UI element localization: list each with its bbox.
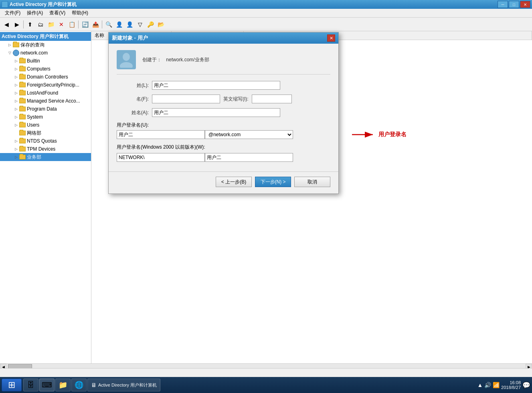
taskbar-ad-icon: 🖥 (91, 382, 97, 388)
up-button[interactable]: ⬆ (25, 20, 35, 29)
expand-icon: ▽ (6, 50, 13, 56)
remove-member-button[interactable]: 👤 (125, 20, 134, 29)
taskbar-folder-icon[interactable]: 📁 (55, 379, 71, 391)
folder-icon (19, 106, 26, 112)
folder-icon (19, 154, 26, 160)
last-name-label: 姓(L): (117, 82, 149, 89)
sidebar-item-computers[interactable]: ▷ Computers (0, 65, 91, 73)
find-button[interactable]: 🔍 (104, 20, 113, 29)
taskbar: ⊞ 🗄 ⌨ 📁 🌐 🖥 Active Directory 用户和计算机 ▲ 🔊 … (0, 377, 532, 393)
sidebar-item-managed-service[interactable]: ▷ Managed Service Acco... (0, 97, 91, 105)
last-name-input[interactable] (152, 81, 280, 90)
win2000-row (117, 153, 330, 162)
win2000-label: 用户登录名(Windows 2000 以前版本)(W): (117, 144, 330, 151)
sidebar-label: ForeignSecurityPrincip... (27, 82, 79, 88)
domain-select[interactable]: @network.com (205, 130, 293, 139)
expand-icon: ▷ (13, 58, 19, 64)
folder-icon (19, 58, 26, 64)
folder-icon (19, 98, 26, 104)
expand-icon: ▷ (13, 138, 19, 144)
cancel-button[interactable]: 取消 (294, 177, 330, 187)
notification-icon: 💬 (522, 381, 530, 389)
sidebar-label: network.com (20, 50, 48, 56)
sidebar-item-lost-found[interactable]: ▷ LostAndFound (0, 89, 91, 97)
sidebar-item-ntds-quotas[interactable]: ▷ NTDS Quotas (0, 137, 91, 145)
folder-icon (19, 138, 26, 144)
taskbar-ad-item[interactable]: 🖥 Active Directory 用户和计算机 (87, 379, 160, 391)
menu-view[interactable]: 查看(V) (46, 9, 69, 17)
maximize-button[interactable]: □ (509, 1, 519, 8)
expand-icon: ▷ (13, 154, 19, 160)
folder-icon (19, 66, 26, 72)
toolbar: ◀ ▶ ⬆ 🗂 📁 ✕ 📋 🔄 📤 🔍 👤 👤 ▽ 🔑 📂 (0, 18, 532, 31)
domain-icon (13, 50, 19, 56)
sidebar-label: 业务部 (27, 154, 41, 161)
sidebar-label: 网络部 (27, 130, 41, 137)
english-abbr-input[interactable] (252, 95, 292, 103)
annotation-text: 用户登录名 (378, 131, 407, 138)
minimize-button[interactable]: ─ (498, 1, 508, 8)
sidebar-item-network-com[interactable]: ▽ network.com (0, 49, 91, 57)
show-tree-button[interactable]: 🗂 (36, 20, 45, 29)
menu-help[interactable]: 帮助(H) (69, 9, 91, 17)
sidebar-label: NTDS Quotas (27, 138, 57, 144)
sidebar-item-yewu[interactable]: ▷ 业务部 (0, 153, 91, 161)
expand-icon: ▷ (13, 98, 19, 104)
forward-button[interactable]: ▶ (12, 20, 22, 29)
expand-icon: ▷ (13, 122, 19, 128)
back-button[interactable]: < 上一步(B) (216, 177, 252, 187)
first-name-row: 名(F): 英文缩写(I): (117, 95, 330, 103)
sidebar-item-builtin[interactable]: ▷ Builtin (0, 57, 91, 65)
sidebar-item-system[interactable]: ▷ System (0, 113, 91, 121)
create-label: 创建于： (142, 57, 162, 62)
folder-icon (19, 122, 26, 128)
clock-date: 2018/8/27 (501, 385, 521, 390)
add-member-button[interactable]: 👤 (114, 20, 124, 29)
move-button[interactable]: 📂 (156, 20, 166, 29)
menu-bar: 文件(F) 操作(A) 查看(V) 帮助(H) (0, 9, 532, 18)
sidebar-label: 保存的查询 (20, 42, 45, 48)
menu-file[interactable]: 文件(F) (2, 9, 24, 17)
sidebar-item-domain-controllers[interactable]: ▷ Domain Controllers (0, 73, 91, 81)
filter-button[interactable]: ▽ (135, 20, 145, 29)
create-path: network.com/业务部 (166, 57, 209, 62)
win2000-prefix-input[interactable] (117, 153, 205, 162)
full-name-row: 姓名(A): (117, 108, 330, 117)
folder-icon (19, 74, 26, 80)
dialog-info-row: 创建于： network.com/业务部 (117, 50, 330, 75)
window-title: Active Directory 用户和计算机 (10, 1, 77, 8)
next-button[interactable]: 下一步(N) > (255, 177, 291, 187)
taskbar-explorer-icon[interactable]: 🗄 (23, 379, 38, 391)
taskbar-cmd-icon[interactable]: ⌨ (39, 379, 55, 391)
close-button[interactable]: ✕ (520, 1, 530, 8)
sidebar-item-program-data[interactable]: ▷ Program Data (0, 105, 91, 113)
new-ou-button[interactable]: 📁 (46, 20, 56, 29)
sidebar-item-foreign-security[interactable]: ▷ ForeignSecurityPrincip... (0, 81, 91, 89)
sidebar-item-wangluo[interactable]: 网络部 (0, 129, 91, 137)
start-button[interactable]: ⊞ (2, 379, 22, 391)
sidebar-item-users[interactable]: ▷ Users (0, 121, 91, 129)
login-name-label: 用户登录名(U): (117, 122, 330, 129)
dialog-close-button[interactable]: ✕ (327, 34, 335, 42)
dialog-title-bar: 新建对象 - 用户 ✕ (109, 32, 338, 44)
full-name-input[interactable] (152, 108, 280, 117)
first-name-input[interactable] (152, 95, 220, 103)
export-button[interactable]: 📤 (91, 20, 100, 29)
win2000-user-input[interactable] (205, 153, 293, 162)
refresh-button[interactable]: 🔄 (80, 20, 90, 29)
windows-logo-icon: ⊞ (8, 380, 15, 390)
taskbar-network-icon[interactable]: 🌐 (71, 379, 87, 391)
toolbar-sep-2 (78, 20, 79, 28)
login-name-input[interactable] (117, 130, 205, 139)
sidebar: Active Directory 用户和计算机 ▷ 保存的查询 ▽ networ… (0, 31, 91, 377)
menu-action[interactable]: 操作(A) (24, 9, 46, 17)
sidebar-item-tpm-devices[interactable]: ▷ TPM Devices (0, 145, 91, 153)
sidebar-item-saved-queries[interactable]: ▷ 保存的查询 (0, 41, 91, 49)
annotation-arrow: 用户登录名 (352, 130, 407, 139)
taskbar-right: ▲ 🔊 📶 16:08 2018/8/27 💬 (477, 380, 530, 390)
back-button[interactable]: ◀ (2, 20, 11, 29)
delete-button[interactable]: ✕ (57, 20, 66, 29)
delegate-button[interactable]: 🔑 (146, 20, 155, 29)
properties-button[interactable]: 📋 (67, 20, 77, 29)
window-controls: ─ □ ✕ (498, 1, 530, 8)
